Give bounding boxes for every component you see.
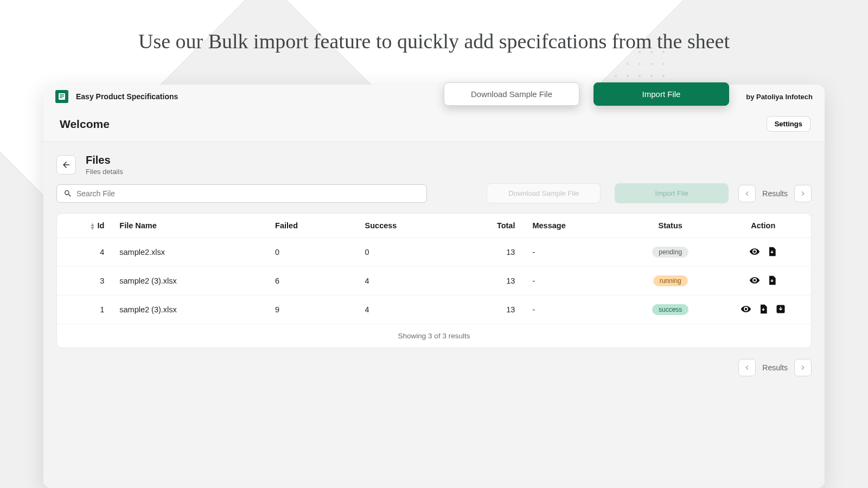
col-header-id[interactable]: ▲▼Id [57,214,111,238]
files-subtitle: Files details [86,168,123,176]
col-header-message[interactable]: Message [524,214,626,238]
cell-total: 13 [446,238,524,267]
pager-next-button-bottom[interactable] [794,359,812,376]
download-sample-button[interactable]: Download Sample File [444,82,579,106]
view-action-icon[interactable] [749,274,761,286]
settings-button[interactable]: Settings [767,116,810,132]
col-header-status[interactable]: Status [626,214,715,238]
pager-next-button[interactable] [794,185,812,202]
table-row: 4sample2.xlsx0013-pending [57,238,811,267]
pager-label: Results [759,189,791,198]
app-logo-icon [55,90,68,103]
pager-bottom-wrap: Results [56,359,812,376]
sort-icon: ▲▼ [90,222,95,230]
col-header-total[interactable]: Total [446,214,524,238]
import-file-button[interactable]: Import File [593,82,729,106]
files-title: Files [86,154,123,166]
main-content: Files Files details Download Sample File… [43,142,825,488]
cell-status: running [626,267,715,296]
cell-file-name: sample2 (3).xlsx [111,267,266,296]
cell-status: success [626,296,715,324]
floating-action-buttons: Download Sample File Import File [444,82,729,106]
table-row: 1sample2 (3).xlsx9413-success [57,296,811,324]
svg-rect-2 [60,96,64,97]
chevron-right-icon [799,190,807,197]
table-row: 3sample2 (3).xlsx6413-running [57,267,811,296]
cell-action [715,267,811,296]
cell-message: - [524,238,626,267]
action-row: Download Sample File Import File Results [56,183,812,203]
cell-success: 4 [356,267,446,296]
welcome-title: Welcome [60,118,110,131]
table-footer: Showing 3 of 3 results [57,324,811,348]
cell-failed: 0 [266,238,356,267]
cell-file-name: sample2.xlsx [111,238,266,267]
status-badge: pending [652,247,688,258]
search-input[interactable] [76,189,420,198]
view-action-icon[interactable] [740,303,752,315]
app-name: Easy Product Specifications [76,92,178,101]
welcome-bar: Welcome Settings [43,108,825,142]
table-header-row: ▲▼Id File Name Failed Success Total Mess… [57,214,811,238]
col-header-file-name[interactable]: File Name [111,214,266,238]
download-action-icon[interactable] [757,303,769,315]
download-sample-ghost: Download Sample File [487,183,601,203]
cell-id: 3 [57,267,111,296]
pager-prev-button-bottom[interactable] [738,359,756,376]
cell-success: 4 [356,296,446,324]
col-header-success[interactable]: Success [356,214,446,238]
cell-id: 4 [57,238,111,267]
cell-success: 0 [356,238,446,267]
download-action-icon[interactable] [766,246,778,258]
view-action-icon[interactable] [749,246,761,258]
cell-file-name: sample2 (3).xlsx [111,296,266,324]
svg-rect-3 [60,97,62,98]
col-header-action: Action [715,214,811,238]
cell-message: - [524,267,626,296]
pager-top: Results [738,185,812,202]
page-headline: Use our Bulk import feature to quickly a… [0,29,868,53]
cell-failed: 6 [266,267,356,296]
cell-action [715,296,811,324]
pager-label-bottom: Results [759,363,791,372]
cell-status: pending [626,238,715,267]
files-table-card: ▲▼Id File Name Failed Success Total Mess… [56,213,812,348]
download-action-icon[interactable] [766,274,778,286]
cell-message: - [524,296,626,324]
chevron-right-icon [799,364,807,371]
ghost-actions-background: Download Sample File Import File [487,183,729,203]
chevron-left-icon [743,364,751,371]
pager-prev-button[interactable] [738,185,756,202]
col-header-failed[interactable]: Failed [266,214,356,238]
download-result-action-icon[interactable] [775,303,787,315]
files-header: Files Files details [56,154,812,176]
search-field-wrapper[interactable] [56,184,427,203]
svg-rect-1 [60,94,64,95]
arrow-left-icon [61,160,71,170]
cell-total: 13 [446,296,524,324]
files-table: ▲▼Id File Name Failed Success Total Mess… [57,214,811,324]
search-icon [63,189,72,198]
cell-failed: 9 [266,296,356,324]
chevron-left-icon [743,190,751,197]
cell-action [715,238,811,267]
cell-id: 1 [57,296,111,324]
cell-total: 13 [446,267,524,296]
app-window: Easy Product Specifications by Patoliya … [43,85,825,488]
status-badge: success [652,304,688,315]
import-file-ghost: Import File [615,183,729,203]
pager-bottom: Results [738,359,812,376]
back-button[interactable] [56,155,76,175]
app-byline: by Patoliya Infotech [746,93,813,101]
status-badge: running [653,275,688,286]
